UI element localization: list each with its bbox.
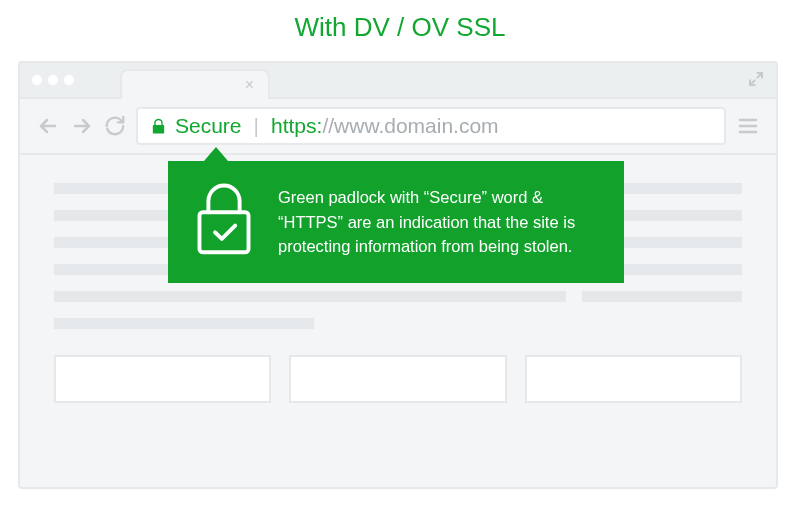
tooltip-text: Green padlock with “Secure” word & “HTTP… bbox=[278, 185, 602, 259]
window-dot[interactable] bbox=[32, 75, 42, 85]
browser-window: × Secure | https://www.domain.com bbox=[18, 61, 778, 489]
url-rest: //www.domain.com bbox=[322, 114, 498, 137]
lock-check-icon bbox=[190, 181, 258, 263]
tab-bar: × bbox=[20, 63, 776, 99]
placeholder-card bbox=[525, 355, 742, 403]
forward-icon[interactable] bbox=[70, 114, 94, 138]
security-tooltip: Green padlock with “Secure” word & “HTTP… bbox=[168, 161, 624, 283]
svg-rect-0 bbox=[199, 212, 248, 252]
expand-icon[interactable] bbox=[748, 71, 764, 91]
browser-tab[interactable]: × bbox=[120, 69, 270, 99]
window-controls bbox=[32, 75, 74, 85]
placeholder-card bbox=[54, 355, 271, 403]
secure-label: Secure bbox=[175, 114, 242, 138]
window-dot[interactable] bbox=[64, 75, 74, 85]
placeholder-bar bbox=[582, 291, 742, 302]
placeholder-bar bbox=[54, 318, 314, 329]
address-bar[interactable]: Secure | https://www.domain.com bbox=[136, 107, 726, 145]
placeholder-card bbox=[289, 355, 506, 403]
back-icon[interactable] bbox=[36, 114, 60, 138]
menu-icon[interactable] bbox=[736, 114, 760, 138]
page-title: With DV / OV SSL bbox=[18, 12, 782, 43]
lock-icon bbox=[150, 118, 167, 135]
close-icon[interactable]: × bbox=[245, 76, 254, 94]
separator: | bbox=[250, 114, 263, 138]
placeholder-row bbox=[54, 291, 742, 302]
reload-icon[interactable] bbox=[104, 115, 126, 137]
toolbar: Secure | https://www.domain.com bbox=[20, 99, 776, 155]
protocol: https: bbox=[271, 114, 322, 137]
card-row bbox=[54, 355, 742, 403]
placeholder-bar bbox=[54, 291, 566, 302]
url-text: https://www.domain.com bbox=[271, 114, 499, 138]
window-dot[interactable] bbox=[48, 75, 58, 85]
page-content: Green padlock with “Secure” word & “HTTP… bbox=[20, 155, 776, 431]
